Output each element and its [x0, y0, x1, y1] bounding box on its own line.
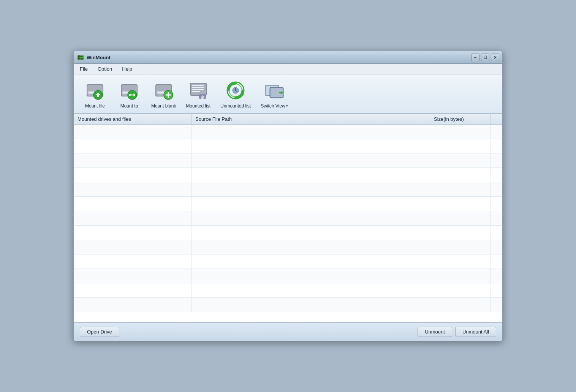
unmounted-list-icon: [224, 79, 247, 102]
menu-file[interactable]: File: [78, 65, 90, 73]
table-row: [74, 269, 502, 283]
switch-view-chevron: ▾: [286, 104, 288, 108]
mount-blank-label: Mount blank: [151, 103, 176, 109]
mount-file-icon: [84, 79, 106, 102]
open-drive-button[interactable]: Open Drive: [80, 327, 119, 337]
mount-blank-button[interactable]: Mount blank: [148, 77, 179, 110]
table-row: [74, 197, 502, 211]
toolbar: Mount file Mount to: [74, 74, 502, 114]
table-row: [74, 298, 502, 312]
mount-to-button[interactable]: Mount to: [114, 77, 144, 110]
table-row: [74, 139, 502, 153]
switch-view-icon: [263, 79, 286, 102]
table-row: [74, 168, 502, 182]
col-header-drives: Mounted drives and files: [74, 114, 191, 124]
table-body: [74, 125, 502, 322]
svg-rect-2: [78, 55, 80, 56]
switch-view-label: Switch View: [261, 103, 285, 109]
svg-rect-25: [192, 91, 200, 92]
mounted-list-button[interactable]: Mounted list: [183, 77, 214, 110]
unmount-all-button[interactable]: Unmount All: [455, 327, 496, 337]
svg-point-3: [79, 57, 82, 58]
menu-bar: File Option Help: [74, 64, 502, 74]
table-header: Mounted drives and files Source File Pat…: [74, 114, 502, 125]
col-header-size: Size(in bytes): [430, 114, 491, 124]
unmounted-list-button[interactable]: Unmounted list: [217, 77, 254, 110]
table-row: [74, 283, 502, 298]
mount-file-button[interactable]: Mount file: [80, 77, 110, 110]
switch-view-button[interactable]: Switch View ▾: [258, 77, 291, 110]
svg-rect-23: [192, 87, 204, 88]
mount-to-label: Mount to: [120, 103, 138, 109]
table-row: [74, 182, 502, 197]
menu-option[interactable]: Option: [95, 65, 114, 73]
col-header-extra: [491, 114, 502, 124]
mounted-list-icon: [187, 79, 210, 102]
main-window: WinMount – ❐ ✕ File Option Help: [73, 51, 503, 341]
unmount-button[interactable]: Unmount: [418, 327, 452, 337]
menu-help[interactable]: Help: [120, 65, 135, 73]
footer-left: Open Drive: [80, 327, 119, 337]
svg-rect-24: [192, 89, 204, 90]
unmounted-list-label: Unmounted list: [220, 103, 251, 109]
title-bar-buttons: – ❐ ✕: [471, 54, 499, 61]
window-title: WinMount: [87, 55, 111, 60]
main-content: Mounted drives and files Source File Pat…: [74, 114, 502, 322]
mount-file-label: Mount file: [85, 103, 105, 109]
minimize-button[interactable]: –: [471, 54, 479, 61]
title-bar: WinMount – ❐ ✕: [74, 51, 502, 64]
restore-button[interactable]: ❐: [481, 54, 489, 61]
mounted-list-label: Mounted list: [186, 103, 210, 109]
mount-blank-icon: [152, 79, 175, 102]
switch-view-label-wrap: Switch View ▾: [261, 103, 288, 109]
table-row: [74, 226, 502, 240]
table-row: [74, 211, 502, 226]
footer: Open Drive Unmount Unmount All: [74, 322, 502, 341]
table-row: [74, 125, 502, 139]
table-row: [74, 240, 502, 254]
footer-right: Unmount Unmount All: [418, 327, 496, 337]
table-container: Mounted drives and files Source File Pat…: [74, 114, 502, 322]
svg-rect-9: [97, 95, 99, 97]
app-icon: [77, 54, 84, 61]
mount-to-icon: [118, 79, 141, 102]
table-row: [74, 254, 502, 269]
close-button[interactable]: ✕: [491, 54, 499, 61]
col-header-path: Source File Path: [191, 114, 430, 124]
svg-rect-22: [192, 85, 204, 86]
table-row: [74, 153, 502, 168]
title-bar-left: WinMount: [77, 54, 111, 61]
